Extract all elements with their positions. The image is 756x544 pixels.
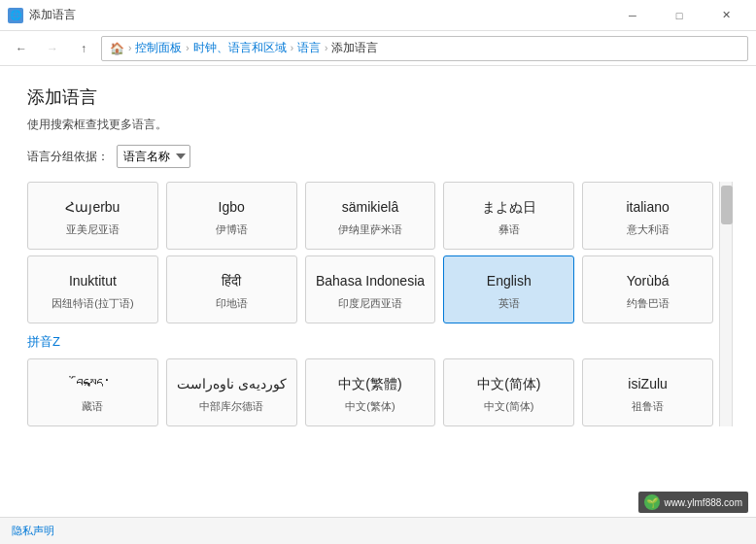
lang-chinese-text: 伊博语	[216, 222, 248, 237]
breadcrumb-1[interactable]: 控制面板	[135, 40, 182, 56]
lang-chinese-text: 伊纳里萨米语	[338, 222, 402, 237]
lang-native-text: Inuktitut	[69, 272, 117, 289]
lang-card[interactable]: 中文(繁體)中文(繁体)	[305, 358, 436, 426]
lang-chinese-text: 祖鲁语	[632, 399, 664, 414]
lang-native-text: English	[487, 272, 532, 289]
breadcrumb-3[interactable]: 语言	[297, 40, 321, 56]
up-button[interactable]: ↑	[70, 35, 97, 62]
lang-native-text: 中文(简体)	[477, 375, 540, 392]
lang-native-text: まよぬ日	[482, 198, 536, 216]
lang-chinese-text: 中部库尔德语	[199, 399, 263, 414]
lang-card[interactable]: كوردیەی ناوەراست中部库尔德语	[166, 358, 297, 426]
back-button[interactable]: ←	[8, 35, 35, 62]
lang-native-text: हिंदी	[222, 272, 241, 289]
breadcrumb-icon: 🏠	[110, 42, 124, 55]
lang-card[interactable]: italiano意大利语	[582, 182, 713, 250]
lang-chinese-text: 因纽特语(拉丁语)	[52, 296, 133, 311]
lang-chinese-text: 约鲁巴语	[627, 296, 670, 311]
status-bar: 隐私声明	[0, 517, 756, 544]
privacy-link[interactable]: 隐私声明	[12, 524, 54, 538]
filter-select[interactable]: 语言名称	[117, 145, 190, 168]
lang-chinese-text: 中文(繁体)	[345, 399, 395, 414]
maximize-button[interactable]: □	[657, 0, 702, 31]
lang-chinese-text: 藏语	[82, 399, 103, 414]
forward-button[interactable]: →	[39, 35, 66, 62]
filter-label: 语言分组依据：	[27, 149, 109, 165]
lang-chinese-text: 彝语	[498, 222, 520, 237]
language-grid-wrapper: Հայerbu亚美尼亚语Igbo伊博语sämikielâ伊纳里萨米语まよぬ日彝语…	[27, 182, 729, 426]
lang-chinese-text: 英语	[498, 296, 520, 311]
lang-native-text: Yorùbá	[627, 272, 670, 289]
lang-card[interactable]: Bahasa Indonesia印度尼西亚语	[305, 255, 436, 323]
lang-card[interactable]: Inuktitut因纽特语(拉丁语)	[27, 255, 158, 323]
lang-native-text: Igbo	[219, 198, 245, 216]
lang-card[interactable]: Yorùbá约鲁巴语	[582, 255, 713, 323]
page-subtitle: 使用搜索框查找更多语言。	[27, 117, 729, 133]
close-button[interactable]: ✕	[704, 0, 748, 31]
window-controls: ─ □ ✕	[610, 0, 748, 31]
minimize-button[interactable]: ─	[610, 0, 655, 31]
lang-native-text: Bahasa Indonesia	[316, 272, 425, 289]
window-title: 添加语言	[29, 7, 610, 23]
lang-native-text: كوردیەی ناوەراست	[177, 375, 287, 392]
lang-chinese-text: 亚美尼亚语	[66, 222, 120, 237]
lang-card[interactable]: བོདསྐད་藏语	[27, 358, 158, 426]
lang-chinese-text: 意大利语	[627, 222, 670, 237]
lang-chinese-text: 印地语	[216, 296, 248, 311]
lang-card[interactable]: Հայerbu亚美尼亚语	[27, 182, 158, 250]
lang-card[interactable]: Igbo伊博语	[166, 182, 297, 250]
navigation-bar: ← → ↑ 🏠 › 控制面板 › 时钟、语言和区域 › 语言 › 添加语言	[0, 31, 756, 66]
title-bar: 🌐 添加语言 ─ □ ✕	[0, 0, 756, 31]
lang-native-text: isiZulu	[628, 375, 667, 392]
watermark-text: www.ylmf888.com	[664, 497, 742, 508]
lang-native-text: 中文(繁體)	[338, 375, 401, 392]
lang-card[interactable]: sämikielâ伊纳里萨米语	[305, 182, 436, 250]
lang-native-text: བོདསྐད་	[76, 375, 110, 392]
breadcrumb-4: 添加语言	[331, 40, 378, 56]
filter-row: 语言分组依据： 语言名称	[27, 145, 729, 168]
lang-card[interactable]: हिंदी印地语	[166, 255, 297, 323]
page-title: 添加语言	[27, 85, 729, 109]
window-icon: 🌐	[8, 8, 23, 23]
lang-native-text: Հայerbu	[65, 198, 120, 216]
lang-native-text: sämikielâ	[342, 198, 398, 216]
lang-chinese-text: 中文(简体)	[484, 399, 533, 414]
breadcrumb-2[interactable]: 时钟、语言和区域	[193, 40, 287, 56]
scrollbar-thumb[interactable]	[721, 186, 733, 224]
language-grid-row3: བོདསྐད་藏语كوردیەی ناوەراست中部库尔德语中文(繁體)中文(…	[27, 358, 729, 426]
lang-card[interactable]: English英语	[443, 255, 574, 323]
lang-card[interactable]: まよぬ日彝语	[443, 182, 574, 250]
lang-chinese-text: 印度尼西亚语	[338, 296, 402, 311]
main-content: 添加语言 使用搜索框查找更多语言。 语言分组依据： 语言名称 Հայerbu亚美…	[0, 66, 756, 517]
lang-card[interactable]: 中文(简体)中文(简体)	[443, 358, 574, 426]
scrollbar[interactable]	[719, 182, 733, 426]
lang-native-text: italiano	[626, 198, 669, 216]
language-grid-row1: Հայerbu亚美尼亚语Igbo伊博语sämikielâ伊纳里萨米语まよぬ日彝语…	[27, 182, 729, 250]
lang-card[interactable]: isiZulu祖鲁语	[582, 358, 713, 426]
language-grid-row2: Inuktitut因纽特语(拉丁语)हिंदी印地语Bahasa Indones…	[27, 255, 729, 323]
watermark: 🌱 www.ylmf888.com	[638, 492, 748, 513]
watermark-icon: 🌱	[644, 494, 660, 510]
section-label-z: 拼音Z	[27, 333, 729, 351]
breadcrumb: 🏠 › 控制面板 › 时钟、语言和区域 › 语言 › 添加语言	[101, 36, 748, 61]
